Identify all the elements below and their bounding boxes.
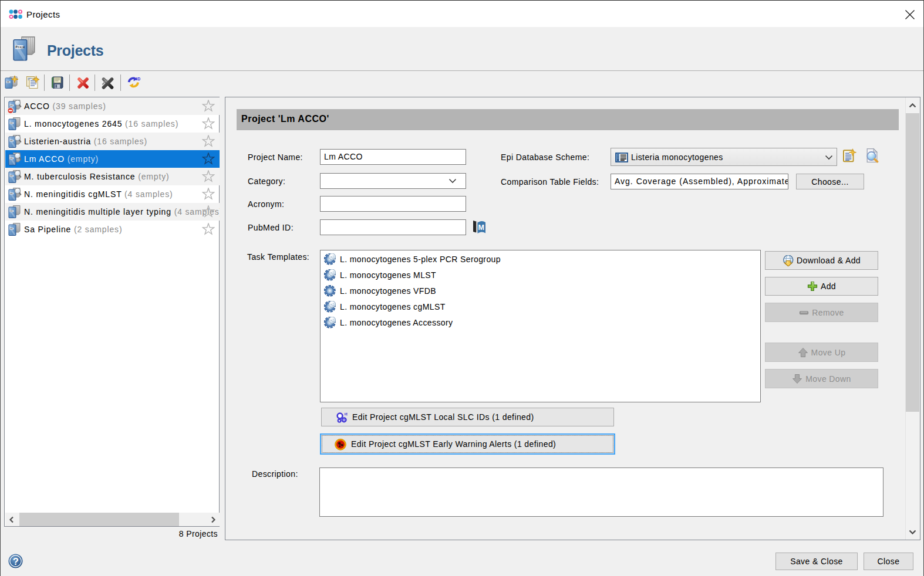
svg-text:Proje: Proje bbox=[15, 45, 25, 49]
